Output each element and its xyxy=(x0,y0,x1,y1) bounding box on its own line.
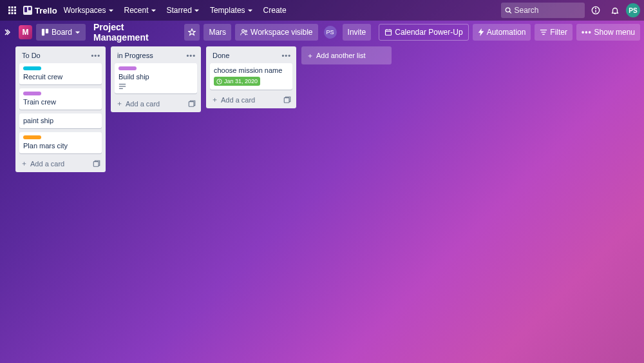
bolt-icon xyxy=(478,28,484,36)
team-name[interactable]: Mars xyxy=(204,24,231,41)
card-template-icon[interactable] xyxy=(93,160,100,168)
star-icon xyxy=(188,28,196,36)
invite-button[interactable]: Invite xyxy=(343,24,372,41)
list-menu-icon[interactable]: ••• xyxy=(281,52,291,59)
svg-rect-10 xyxy=(24,7,27,12)
due-date-badge: Jan 31, 2020 xyxy=(214,77,260,86)
bell-icon[interactable] xyxy=(607,3,623,18)
star-button[interactable] xyxy=(184,24,200,41)
list-in-progress: in Progress ••• Build ship ＋Add a card xyxy=(111,46,201,112)
svg-rect-11 xyxy=(28,7,31,10)
app-switcher-icon[interactable] xyxy=(4,3,21,18)
card-title: Train crew xyxy=(23,98,98,106)
description-icon xyxy=(118,83,126,90)
nav-templates[interactable]: Templates xyxy=(206,3,257,18)
card-title: Plan mars city xyxy=(23,142,98,150)
card-title: Build ship xyxy=(118,73,193,81)
svg-rect-4 xyxy=(12,10,14,12)
plus-icon: ＋ xyxy=(307,51,314,61)
svg-rect-8 xyxy=(14,12,16,14)
add-card-button[interactable]: ＋Add a card xyxy=(19,157,102,168)
chevron-down-icon xyxy=(75,30,80,35)
nav-recent[interactable]: Recent xyxy=(120,3,160,18)
card-title: paint ship xyxy=(23,117,98,124)
svg-rect-6 xyxy=(8,12,10,14)
member-avatar: PS xyxy=(324,26,337,39)
card[interactable]: Recruit crew xyxy=(19,63,102,84)
search-icon xyxy=(505,6,512,14)
svg-point-20 xyxy=(242,30,245,32)
info-icon[interactable] xyxy=(587,3,604,18)
filter-button[interactable]: Filter xyxy=(535,24,573,41)
card[interactable]: paint ship xyxy=(19,113,102,128)
chevron-down-icon xyxy=(247,8,253,14)
card-label-purple xyxy=(118,66,137,70)
svg-rect-1 xyxy=(12,6,14,8)
list-title[interactable]: in Progress xyxy=(117,52,153,59)
search-input[interactable] xyxy=(515,6,581,15)
card-label-teal xyxy=(23,66,41,70)
calendar-icon xyxy=(384,28,392,36)
svg-rect-0 xyxy=(8,6,10,8)
svg-rect-29 xyxy=(93,161,99,166)
people-icon xyxy=(240,28,248,36)
list-menu-icon[interactable]: ••• xyxy=(91,52,100,59)
svg-rect-19 xyxy=(46,29,48,34)
add-list-button[interactable]: ＋ Add another list xyxy=(301,46,392,64)
svg-point-16 xyxy=(596,8,596,9)
add-card-button[interactable]: ＋Add a card xyxy=(115,97,197,108)
chevron-down-icon xyxy=(108,8,114,14)
board-icon xyxy=(41,28,49,36)
svg-rect-35 xyxy=(284,97,289,103)
calendar-powerup-button[interactable]: Calendar Power-Up xyxy=(379,24,468,41)
chevron-down-icon xyxy=(151,8,156,14)
svg-rect-18 xyxy=(42,29,44,35)
board-canvas: To Do ••• Recruit crew Train crew paint … xyxy=(0,44,644,363)
ellipsis-icon: ••• xyxy=(582,28,592,37)
workspace-badge[interactable]: M xyxy=(19,25,32,39)
board-members[interactable]: PS xyxy=(322,24,339,41)
card-template-icon[interactable] xyxy=(283,96,291,104)
add-card-button[interactable]: ＋Add a card xyxy=(210,93,292,104)
list-done: Done ••• choose mission name Jan 31, 202… xyxy=(206,46,296,108)
list-menu-icon[interactable]: ••• xyxy=(186,52,196,59)
clock-icon xyxy=(216,79,222,84)
card-label-purple xyxy=(23,92,41,95)
card[interactable]: Plan mars city xyxy=(19,132,102,153)
nav-starred[interactable]: Starred xyxy=(163,3,204,18)
svg-rect-7 xyxy=(12,12,14,14)
list-todo: To Do ••• Recruit crew Train crew paint … xyxy=(15,46,106,172)
list-title[interactable]: Done xyxy=(213,52,229,59)
expand-sidebar-icon[interactable] xyxy=(3,29,11,35)
svg-rect-5 xyxy=(14,10,16,12)
automation-button[interactable]: Automation xyxy=(473,24,531,41)
svg-rect-22 xyxy=(386,30,392,35)
svg-rect-2 xyxy=(14,6,16,8)
svg-point-21 xyxy=(245,30,247,32)
logo-text: Trello xyxy=(35,6,57,15)
show-menu-button[interactable]: ••• Show menu xyxy=(576,24,640,41)
top-nav: Trello Workspaces Recent Starred Templat… xyxy=(0,0,644,21)
chevron-down-icon xyxy=(194,8,200,14)
svg-rect-33 xyxy=(189,101,194,106)
user-avatar[interactable]: PS xyxy=(626,3,640,17)
card[interactable]: Build ship xyxy=(115,63,197,93)
card-label-orange xyxy=(23,135,41,139)
card-title: choose mission name xyxy=(214,66,289,74)
visibility-button[interactable]: Workspace visible xyxy=(235,24,317,41)
board-title[interactable]: Project Management xyxy=(90,22,180,43)
nav-create[interactable]: Create xyxy=(260,3,290,18)
card[interactable]: Train crew xyxy=(19,88,102,110)
trello-logo[interactable]: Trello xyxy=(23,6,57,15)
board-view-switcher[interactable]: Board xyxy=(36,24,86,41)
search-box[interactable] xyxy=(501,3,585,18)
nav-workspaces[interactable]: Workspaces xyxy=(60,3,118,18)
list-title[interactable]: To Do xyxy=(22,52,41,59)
card-template-icon[interactable] xyxy=(188,100,196,108)
card[interactable]: choose mission name Jan 31, 2020 xyxy=(210,63,292,90)
card-title: Recruit crew xyxy=(23,73,98,81)
filter-icon xyxy=(540,28,547,36)
svg-line-13 xyxy=(509,12,511,14)
board-bar: M Board Project Management Mars Workspac… xyxy=(0,21,644,44)
svg-rect-3 xyxy=(8,10,10,12)
